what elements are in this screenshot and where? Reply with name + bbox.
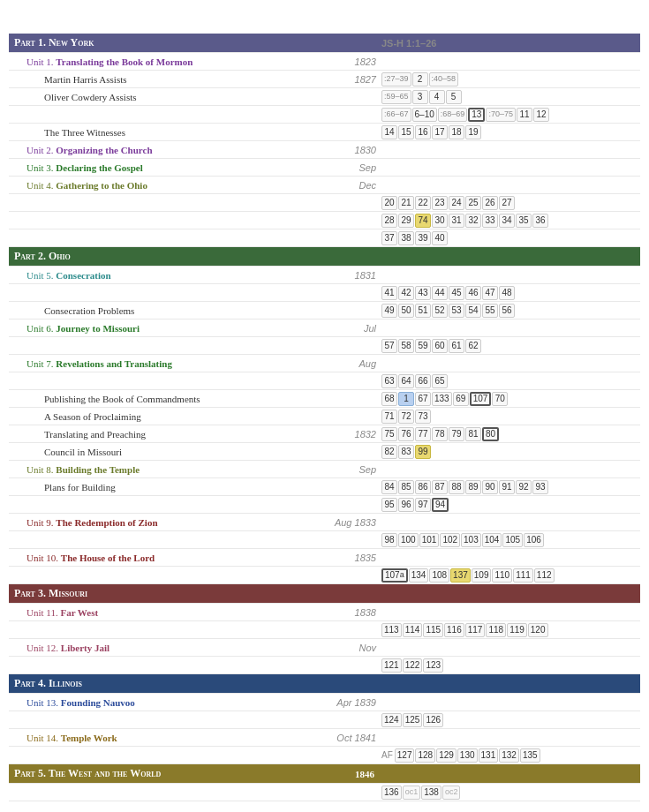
section-chip: 106 bbox=[524, 533, 544, 547]
section-chip: 12 bbox=[533, 108, 549, 122]
section-chip: 97 bbox=[415, 498, 431, 512]
section-chip: 38 bbox=[398, 231, 414, 245]
chart-row: Unit 5. Consecration1831 bbox=[9, 267, 640, 284]
section-chip: 67 bbox=[415, 392, 431, 406]
section-chip: 109 bbox=[472, 568, 492, 583]
section-chip: 31 bbox=[449, 214, 464, 228]
sections-column bbox=[380, 184, 640, 186]
section-chip: 6–10 bbox=[412, 108, 437, 122]
sections-column bbox=[380, 167, 640, 169]
chart-row: 121122123 bbox=[9, 657, 640, 674]
chart-row: AF127128129130131132135 bbox=[9, 747, 640, 764]
sections-column bbox=[380, 737, 640, 739]
section-chip: 96 bbox=[398, 498, 414, 512]
chart-row: Unit 6. Journey to MissouriJul bbox=[9, 320, 640, 337]
section-chip: 28 bbox=[381, 214, 397, 228]
page-header bbox=[9, 9, 640, 26]
sections-column: 37383940 bbox=[380, 230, 640, 246]
section-chip: 125 bbox=[403, 713, 423, 727]
section-chip: 56 bbox=[499, 304, 515, 318]
section-chip: 54 bbox=[465, 304, 481, 318]
chart-row: 136oc1138oc2 bbox=[9, 784, 640, 801]
sections-column bbox=[380, 683, 640, 685]
chart-row: Unit 7. Revelations and TranslatingAug bbox=[9, 355, 640, 372]
section-chip: 124 bbox=[381, 713, 402, 727]
section-chip: 87 bbox=[432, 480, 448, 494]
section-chip: 118 bbox=[486, 623, 506, 637]
chart-row: Part 5. The West and the World1846 bbox=[9, 764, 640, 784]
section-chip: 16 bbox=[415, 125, 431, 139]
sections-column: :59–65345 bbox=[380, 89, 640, 105]
unit-label: Unit 2. Organizing the Church1830 bbox=[26, 145, 376, 155]
sections-column bbox=[380, 469, 640, 470]
unit-label: Unit 12. Liberty JailNov bbox=[26, 643, 376, 653]
section-chip: 135 bbox=[520, 748, 540, 763]
plain-label: Plans for Building bbox=[44, 482, 376, 492]
chart-row: 575859606162 bbox=[9, 337, 640, 355]
sections-column: 84858687888990919293 bbox=[380, 479, 640, 495]
section-chip: 57 bbox=[381, 339, 397, 353]
section-chip: 111 bbox=[513, 568, 533, 583]
section-chip: 138 bbox=[421, 786, 441, 800]
section-chip: 22 bbox=[415, 196, 431, 210]
section-chip: 86 bbox=[415, 480, 431, 494]
section-chip: 19 bbox=[465, 125, 481, 139]
af-label: AF bbox=[381, 750, 393, 760]
section-chip: 82 bbox=[381, 445, 397, 459]
section-chip: 84 bbox=[381, 480, 397, 494]
section-chip: 85 bbox=[398, 480, 414, 494]
sections-column: 107a134108137109110111112 bbox=[380, 568, 640, 583]
section-chip: 3 bbox=[412, 90, 428, 104]
sections-column bbox=[380, 557, 640, 559]
chart-row: Unit 11. Far West1838 bbox=[9, 604, 640, 621]
section-chip: 81 bbox=[465, 427, 481, 441]
section-chip: 94 bbox=[432, 498, 449, 512]
chart-row: Part 3. Missouri bbox=[9, 584, 640, 604]
section-chip: 102 bbox=[440, 533, 460, 547]
sections-column bbox=[380, 593, 640, 595]
chart-row: Unit 1. Translating the Book of Mormon18… bbox=[9, 53, 640, 71]
unit-label: Unit 3. Declaring the GospelSep bbox=[26, 162, 376, 173]
section-chip: 64 bbox=[398, 374, 414, 388]
plain-label: Translating and Preaching1832 bbox=[44, 429, 376, 440]
chart-row: Unit 2. Organizing the Church1830 bbox=[9, 141, 640, 159]
section-chip: 101 bbox=[419, 533, 440, 547]
section-chip: 74 bbox=[415, 214, 431, 228]
sections-column: 141516171819 bbox=[380, 124, 640, 140]
section-chip: 117 bbox=[465, 623, 486, 637]
section-chip: 66 bbox=[415, 374, 431, 388]
unit-label: Unit 8. Building the TempleSep bbox=[26, 464, 376, 475]
section-chip: 126 bbox=[423, 713, 443, 727]
section-chip: 52 bbox=[432, 304, 448, 318]
section-chip: 91 bbox=[499, 480, 515, 494]
chart-row: Publishing the Book of Commandments68167… bbox=[9, 390, 640, 408]
section-chip: 95 bbox=[381, 498, 397, 512]
chart-row: 124125126 bbox=[9, 711, 640, 729]
sections-column bbox=[380, 647, 640, 649]
section-chip: 98 bbox=[381, 533, 397, 547]
sections-column: 124125126 bbox=[380, 712, 640, 728]
section-chip: 34 bbox=[499, 214, 515, 228]
chart-row: Consecration Problems4950515253545556 bbox=[9, 302, 640, 320]
section-chip: 100 bbox=[398, 533, 419, 547]
section-chip: 18 bbox=[449, 125, 464, 139]
section-chip: 137 bbox=[450, 568, 471, 583]
sections-column bbox=[380, 522, 640, 523]
section-chip: 14 bbox=[381, 125, 397, 139]
section-chip: 37 bbox=[381, 231, 397, 245]
section-chip: 50 bbox=[398, 304, 414, 318]
sections-column: :66–676–10:68–6913:70–751112 bbox=[380, 107, 640, 123]
section-chip: 69 bbox=[453, 392, 469, 406]
section-chip: 116 bbox=[444, 623, 464, 637]
unit-label: Unit 11. Far West1838 bbox=[26, 607, 376, 618]
section-chip: 35 bbox=[516, 214, 532, 228]
sections-column bbox=[380, 612, 640, 613]
section-chip: 29 bbox=[398, 214, 414, 228]
section-chip: 42 bbox=[398, 286, 414, 300]
unit-label: Unit 7. Revelations and TranslatingAug bbox=[26, 358, 376, 369]
section-chip: 63 bbox=[381, 374, 397, 388]
chart-row: Part 2. Ohio bbox=[9, 247, 640, 267]
chart-row: Unit 14. Temple WorkOct 1841 bbox=[9, 729, 640, 747]
section-chip: 26 bbox=[482, 196, 498, 210]
sections-column bbox=[380, 702, 640, 703]
